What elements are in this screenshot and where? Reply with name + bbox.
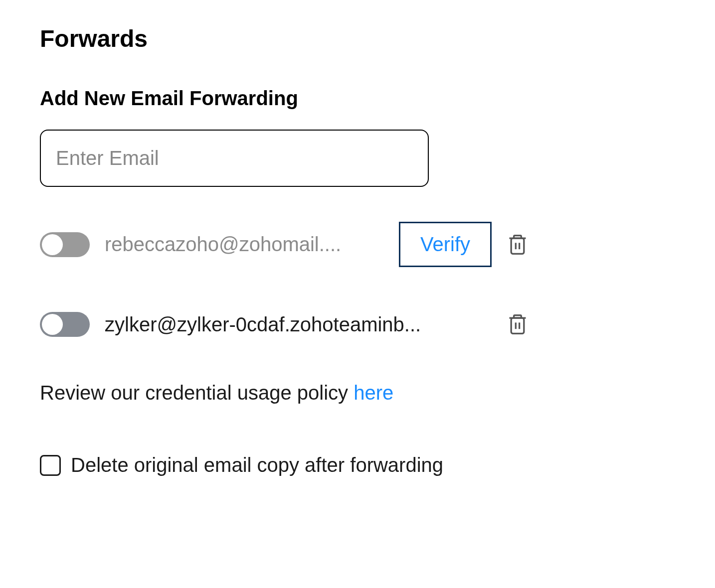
toggle-knob xyxy=(42,314,63,335)
trash-icon[interactable] xyxy=(507,312,529,336)
email-input[interactable] xyxy=(40,130,429,187)
forward-email: zylker@zylker-0cdaf.zohoteaminb... xyxy=(105,313,492,336)
trash-icon[interactable] xyxy=(507,233,529,257)
add-forwarding-label: Add New Email Forwarding xyxy=(40,87,675,110)
svg-rect-3 xyxy=(511,318,524,333)
forward-email: rebeccazoho@zohomail.... xyxy=(105,233,384,256)
page-title: Forwards xyxy=(40,25,675,52)
forward-row: zylker@zylker-0cdaf.zohoteaminb... xyxy=(40,312,529,337)
policy-prefix: Review our credential usage policy xyxy=(40,382,354,404)
svg-rect-0 xyxy=(511,238,524,254)
delete-option-row: Delete original email copy after forward… xyxy=(40,454,675,476)
forward-row: rebeccazoho@zohomail.... Verify xyxy=(40,222,529,267)
forward-toggle[interactable] xyxy=(40,312,90,337)
delete-checkbox[interactable] xyxy=(40,455,61,476)
toggle-knob xyxy=(42,234,63,255)
policy-text: Review our credential usage policy here xyxy=(40,382,675,404)
policy-link[interactable]: here xyxy=(354,382,393,404)
verify-button[interactable]: Verify xyxy=(399,222,492,267)
delete-checkbox-label: Delete original email copy after forward… xyxy=(71,454,443,476)
forward-toggle[interactable] xyxy=(40,232,90,257)
